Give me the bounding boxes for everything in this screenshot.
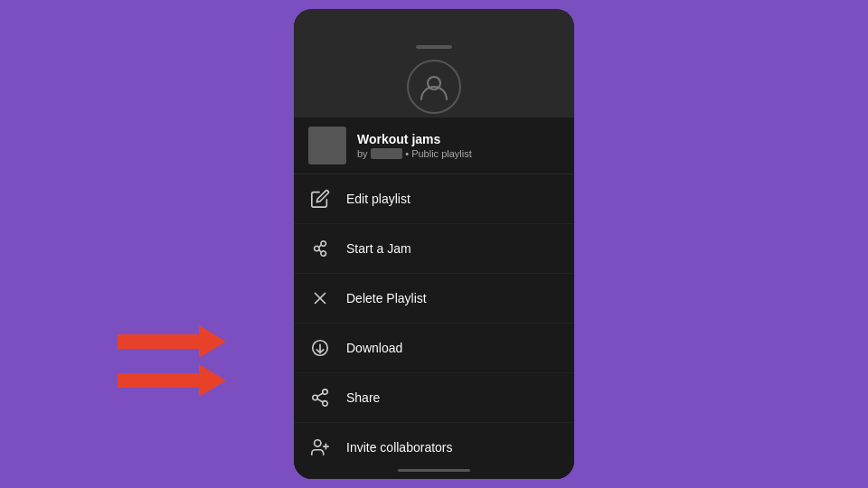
- menu-item-delete-playlist[interactable]: Delete Playlist: [294, 274, 574, 324]
- home-bar: [398, 469, 470, 472]
- header-area: [294, 54, 574, 117]
- playlist-info: Workout jams by Sandra • Public playlist: [294, 117, 574, 174]
- subtitle-suffix: • Public playlist: [405, 148, 472, 159]
- menu-list: Edit playlist Start a Jam: [294, 174, 574, 461]
- svg-point-4: [321, 241, 326, 247]
- subtitle-prefix: by: [357, 148, 368, 159]
- svg-line-7: [319, 249, 321, 252]
- menu-item-share[interactable]: Share: [294, 373, 574, 423]
- arrow-add-profile: [118, 324, 226, 360]
- jam-icon: [308, 237, 332, 260]
- phone-top: [294, 9, 574, 54]
- svg-marker-0: [118, 325, 226, 358]
- svg-point-11: [323, 389, 328, 395]
- svg-line-14: [317, 399, 323, 402]
- menu-label-share: Share: [346, 390, 380, 405]
- svg-point-16: [315, 440, 321, 446]
- svg-marker-1: [118, 364, 226, 397]
- phone-container: Workout jams by Sandra • Public playlist…: [294, 9, 574, 479]
- person-plus-icon: [308, 436, 332, 459]
- svg-point-3: [315, 246, 320, 251]
- playlist-title: Workout jams: [357, 132, 472, 146]
- drag-handle: [416, 45, 452, 49]
- menu-label-download: Download: [346, 341, 402, 355]
- menu-label-start-jam: Start a Jam: [346, 241, 411, 256]
- share-icon: [308, 386, 332, 409]
- svg-line-6: [319, 245, 321, 248]
- menu-label-edit-playlist: Edit playlist: [346, 192, 410, 206]
- download-circle-icon: [308, 336, 332, 360]
- svg-line-15: [317, 393, 323, 397]
- header-circle-icon: [407, 60, 461, 114]
- playlist-text: Workout jams by Sandra • Public playlist: [357, 132, 472, 159]
- menu-label-invite-collaborators: Invite collaborators: [346, 440, 453, 455]
- playlist-subtitle: by Sandra • Public playlist: [357, 148, 472, 159]
- arrow-make-private: [118, 362, 226, 399]
- menu-item-edit-playlist[interactable]: Edit playlist: [294, 174, 574, 224]
- phone-bottom: [294, 461, 574, 479]
- menu-item-download[interactable]: Download: [294, 324, 574, 373]
- svg-point-13: [323, 401, 328, 407]
- svg-point-5: [321, 251, 326, 257]
- menu-item-start-jam[interactable]: Start a Jam: [294, 224, 574, 274]
- menu-item-invite-collaborators[interactable]: Invite collaborators: [294, 423, 574, 461]
- svg-point-12: [313, 395, 318, 400]
- playlist-thumbnail: [308, 127, 346, 164]
- pencil-icon: [308, 187, 332, 211]
- x-icon: [308, 286, 332, 310]
- menu-label-delete-playlist: Delete Playlist: [346, 291, 427, 305]
- playlist-username: Sandra: [371, 148, 402, 159]
